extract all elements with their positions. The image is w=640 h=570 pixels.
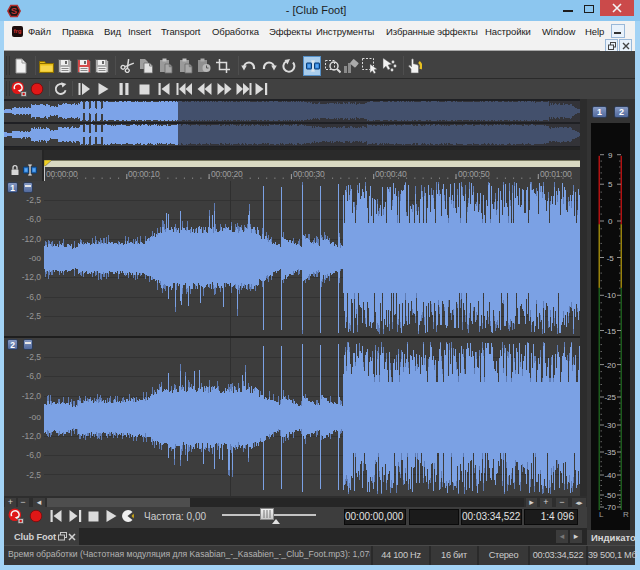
svg-text:5: 5 [608,180,613,189]
svg-text:-70: -70 [604,503,616,512]
svg-text:-20: -20 [604,361,616,370]
svg-text:-30: -30 [604,421,616,430]
svg-text:-50: -50 [604,491,616,500]
svg-text:R: R [623,510,629,519]
svg-text:-15: -15 [604,327,616,336]
svg-text:-25: -25 [604,393,616,402]
svg-text:0: 0 [608,217,613,226]
svg-text:-35: -35 [604,448,616,457]
svg-text:L: L [599,510,604,519]
svg-text:-40: -40 [604,471,616,480]
svg-text:-5: -5 [607,254,615,263]
svg-text:9: 9 [608,151,613,160]
svg-text:S: S [11,5,17,16]
svg-text:-10: -10 [604,291,616,300]
